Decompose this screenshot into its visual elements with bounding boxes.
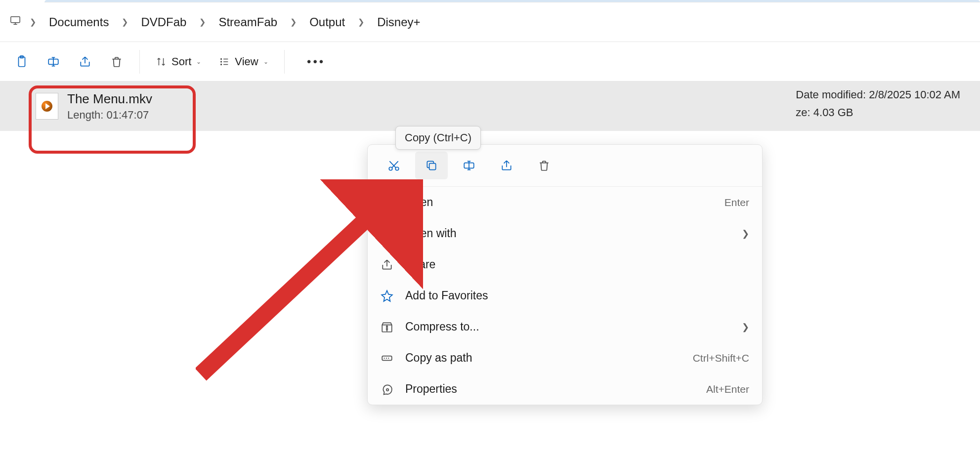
copy-button[interactable] xyxy=(415,152,448,179)
this-pc-icon[interactable] xyxy=(9,15,22,29)
file-name: The Menu.mkv xyxy=(67,91,152,107)
ctx-compress-label: Compress to... xyxy=(405,320,730,333)
file-date-modified: Date modified: 2/8/2025 10:02 AM xyxy=(796,88,960,101)
cut-button[interactable] xyxy=(378,152,410,179)
svg-rect-12 xyxy=(382,229,384,231)
crumb-disney[interactable]: Disney+ xyxy=(372,12,425,32)
svg-point-8 xyxy=(395,167,399,170)
chevron-down-icon: ⌄ xyxy=(263,58,268,65)
share-context-button[interactable] xyxy=(490,152,523,179)
delete-button[interactable] xyxy=(102,48,131,76)
chevron-right-icon[interactable]: ❯ xyxy=(357,17,365,27)
paste-button[interactable] xyxy=(7,48,37,76)
share-button[interactable] xyxy=(70,48,100,76)
crumb-output[interactable]: Output xyxy=(304,12,350,32)
chevron-right-icon: ❯ xyxy=(742,322,749,332)
chevron-right-icon[interactable]: ❯ xyxy=(198,17,207,27)
ctx-favorites[interactable]: Add to Favorites xyxy=(368,280,762,311)
svg-point-14 xyxy=(382,234,385,237)
crumb-dvdfab[interactable]: DVDFab xyxy=(136,12,191,32)
svg-point-4 xyxy=(221,58,222,59)
svg-rect-11 xyxy=(382,198,392,207)
ctx-copypath-label: Copy as path xyxy=(405,351,681,365)
chevron-right-icon[interactable]: ❯ xyxy=(121,17,129,27)
chevron-right-icon[interactable]: ❯ xyxy=(289,17,298,27)
breadcrumb[interactable]: ❯ Documents ❯ DVDFab ❯ StreamFab ❯ Outpu… xyxy=(0,2,980,42)
video-file-icon xyxy=(36,93,58,120)
svg-point-6 xyxy=(221,64,222,65)
chevron-down-icon: ⌄ xyxy=(196,58,201,65)
svg-point-5 xyxy=(221,61,222,62)
ctx-open-label: Open xyxy=(405,196,713,209)
ctx-open-shortcut: Enter xyxy=(724,197,749,208)
chevron-right-icon: ❯ xyxy=(742,228,749,239)
more-button[interactable]: ••• xyxy=(301,48,331,76)
toolbar: Sort ⌄ View ⌄ ••• xyxy=(0,42,980,82)
svg-rect-9 xyxy=(429,164,436,170)
ctx-props-shortcut: Alt+Enter xyxy=(706,383,749,395)
sort-button[interactable]: Sort ⌄ xyxy=(148,48,209,76)
ctx-copy-path[interactable]: Copy as path Ctrl+Shift+C xyxy=(368,342,762,374)
sort-label: Sort xyxy=(171,55,191,68)
ctx-share-label: Share xyxy=(405,258,749,271)
context-menu: Open Enter Open with ❯ Share Add to Favo… xyxy=(367,144,763,405)
svg-point-7 xyxy=(389,167,392,170)
ctx-openwith-label: Open with xyxy=(405,227,730,240)
ctx-fav-label: Add to Favorites xyxy=(405,289,749,302)
ctx-copypath-shortcut: Ctrl+Shift+C xyxy=(693,352,749,364)
rename-context-button[interactable] xyxy=(453,152,485,179)
svg-point-16 xyxy=(386,388,388,390)
tooltip-copy: Copy (Ctrl+C) xyxy=(395,126,481,150)
chevron-right-icon[interactable]: ❯ xyxy=(29,17,37,27)
crumb-streamfab[interactable]: StreamFab xyxy=(213,12,282,32)
view-button[interactable]: View ⌄ xyxy=(211,48,276,76)
svg-rect-13 xyxy=(386,229,388,231)
file-row[interactable]: The Menu.mkv Length: 01:47:07 Date modif… xyxy=(0,82,980,131)
delete-context-button[interactable] xyxy=(528,152,560,179)
ctx-compress[interactable]: Compress to... ❯ xyxy=(368,311,762,342)
ctx-properties[interactable]: Properties Alt+Enter xyxy=(368,374,762,405)
toolbar-separator xyxy=(139,50,140,74)
view-label: View xyxy=(235,55,258,68)
context-icon-row xyxy=(368,145,762,187)
crumb-documents[interactable]: Documents xyxy=(44,12,114,32)
svg-rect-0 xyxy=(11,17,20,23)
ctx-share[interactable]: Share xyxy=(368,249,762,280)
ctx-props-label: Properties xyxy=(405,382,694,396)
ctx-open-with[interactable]: Open with ❯ xyxy=(368,218,762,249)
ctx-open[interactable]: Open Enter xyxy=(368,187,762,218)
file-length: Length: 01:47:07 xyxy=(67,109,152,122)
svg-rect-15 xyxy=(382,356,392,360)
rename-button[interactable] xyxy=(39,48,68,76)
file-size: ze: 4.03 GB xyxy=(796,106,960,119)
toolbar-separator xyxy=(284,50,285,74)
